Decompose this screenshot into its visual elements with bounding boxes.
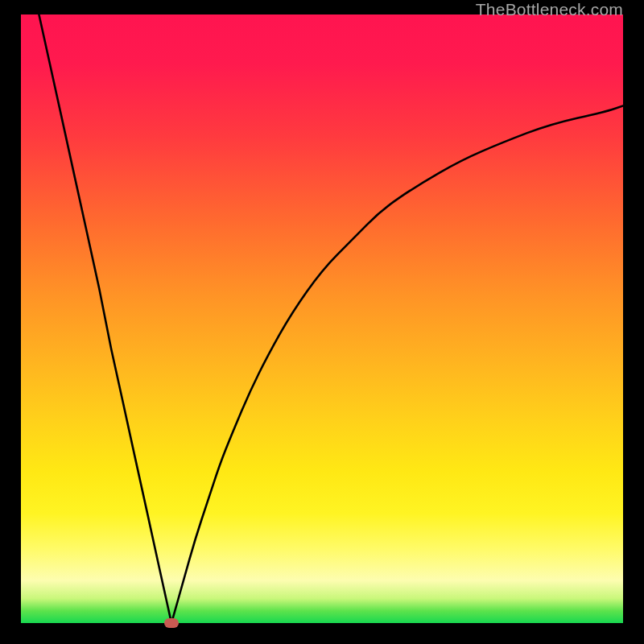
curve-right-branch <box>171 105 623 623</box>
chart-container: TheBottleneck.com <box>0 0 644 644</box>
plot-area <box>21 14 623 623</box>
watermark-text: TheBottleneck.com <box>476 0 623 19</box>
curve-svg <box>21 14 623 623</box>
curve-left-branch <box>39 14 171 623</box>
vertex-marker <box>164 618 179 628</box>
